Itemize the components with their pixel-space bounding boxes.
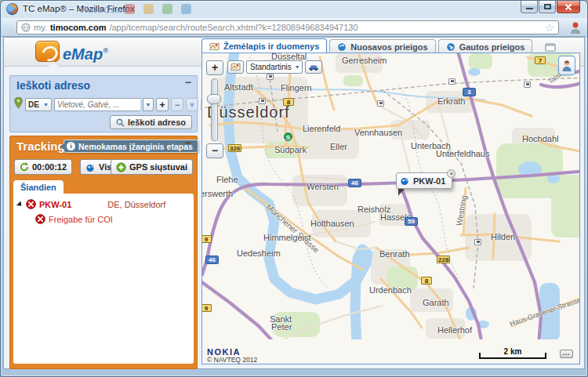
vehicle-marker[interactable]: PKW-01 × bbox=[396, 172, 452, 189]
search-address-button[interactable]: Ieškoti adreso bbox=[110, 115, 192, 129]
map-place-label: Unterfeldhaus bbox=[436, 149, 490, 158]
map-tab-label: Nuosavos prieigos bbox=[350, 42, 427, 52]
share-row[interactable]: Freigabe für COI bbox=[35, 214, 189, 224]
road-badge: 8 bbox=[283, 98, 294, 106]
map-place-label: Lierenfeld bbox=[303, 124, 340, 133]
road-badge: 9 bbox=[201, 304, 212, 312]
map-label-layer: DüsseltalGerresheimAltstadtFlingernDüsse… bbox=[202, 53, 579, 364]
map-place-label: Erkrath bbox=[437, 96, 465, 106]
tree-expander-icon[interactable] bbox=[16, 201, 24, 208]
identity-person-icon[interactable] bbox=[568, 21, 583, 34]
contact-person-button[interactable] bbox=[558, 56, 575, 75]
ghost-app-icon bbox=[143, 4, 154, 14]
map-place-label: Hochdahl bbox=[522, 134, 558, 143]
url-domain: timocom.com bbox=[50, 23, 107, 32]
map-place-label: Gerresheim bbox=[342, 56, 387, 65]
map-place-label: Haus-Gravener-Strasse bbox=[509, 296, 580, 328]
zoom-out-button[interactable]: − bbox=[206, 143, 223, 158]
close-button[interactable] bbox=[557, 1, 580, 13]
active-app-notch bbox=[48, 61, 59, 67]
tracking-tree: PKW-01 DE, Düsseldorf Freigabe für COI bbox=[13, 194, 194, 364]
scale-label: 2 km bbox=[479, 347, 546, 356]
road-badge: 9 bbox=[201, 235, 212, 243]
remove-address-row-button[interactable]: − bbox=[171, 98, 183, 111]
map-place-label: Hellerhof bbox=[437, 325, 472, 335]
train-station-icon bbox=[448, 78, 456, 85]
minimize-button[interactable] bbox=[521, 1, 538, 13]
map-tab-label: Gautos prieigos bbox=[459, 42, 525, 52]
traffic-car-button[interactable] bbox=[305, 60, 322, 74]
map-place-label: Altstadt bbox=[224, 82, 253, 92]
gps-signal-icon bbox=[85, 162, 96, 172]
map-place-label: Südpark bbox=[274, 145, 307, 154]
vehicle-name: PKW-01 bbox=[39, 200, 71, 209]
map-style-icon-button[interactable] bbox=[227, 60, 244, 74]
map-tab-strip: Žemėlapis ir duomenysNuosavos prieigosGa… bbox=[201, 38, 532, 53]
url-bar[interactable]: my.timocom.com/app/tcemap/search/routeSe… bbox=[16, 20, 559, 34]
map-scale-bar: 2 km bbox=[479, 349, 546, 359]
gps-signal-icon bbox=[400, 176, 410, 186]
maximize-button[interactable] bbox=[539, 1, 556, 13]
zoom-slider-track[interactable] bbox=[211, 78, 218, 141]
map-tab-1[interactable]: Žemėlapis ir duomenys bbox=[201, 38, 327, 53]
zoom-in-button[interactable]: + bbox=[206, 60, 223, 75]
map-place-label: Urdenbach bbox=[369, 285, 412, 295]
refresh-timer-button[interactable]: 00:00:12 bbox=[14, 159, 72, 175]
map-place-label: Benrath bbox=[379, 249, 410, 259]
map-place-label: Wersten bbox=[307, 182, 339, 191]
timer-value: 00:00:12 bbox=[32, 162, 67, 172]
firefox-icon bbox=[6, 3, 18, 15]
map-place-label: Holthausen bbox=[310, 219, 354, 228]
info-icon: i bbox=[67, 142, 75, 150]
map-place-label: Hilden bbox=[491, 232, 515, 241]
gps-transmitters-button[interactable]: GPS siųstuvai bbox=[111, 159, 193, 175]
train-station-icon bbox=[474, 239, 481, 245]
country-select[interactable]: DE▼ bbox=[25, 98, 52, 111]
address-input[interactable] bbox=[54, 98, 140, 111]
desktop-ghost-brand: TimoCom bbox=[79, 4, 126, 16]
road-badge: 8 bbox=[421, 277, 432, 285]
map-attribution: © NAVTEQ 2012 bbox=[207, 356, 257, 364]
browser-window: TC eMap® – Mozilla Firefox TimoCom my.ti… bbox=[0, 0, 588, 377]
emap-logo: eMap® bbox=[35, 41, 108, 65]
ghost-app-icon bbox=[181, 4, 191, 14]
collapse-panel-button[interactable]: − bbox=[185, 76, 191, 89]
map-place-label: Peter bbox=[271, 322, 292, 332]
map-place-label: Flehe bbox=[216, 175, 238, 184]
share-name: Freigabe für COI bbox=[49, 215, 113, 224]
tab-today[interactable]: Šiandien bbox=[13, 180, 64, 194]
vehicle-location: DE, Düsseldorf bbox=[107, 200, 165, 209]
tracker-icon bbox=[35, 214, 45, 224]
sbahn-icon: S bbox=[284, 132, 292, 141]
app-page: eMap® ? bbox=[3, 37, 585, 369]
url-path: /app/tcemap/search/routeSearch.xhtml?k=1… bbox=[109, 23, 358, 32]
map-canvas[interactable]: DüsseltalGerresheimAltstadtFlingernDüsse… bbox=[201, 53, 580, 364]
map-style-select[interactable]: Standartinis ▼ bbox=[246, 60, 303, 74]
map-place-label: erswerth bbox=[201, 189, 233, 198]
promo-tooltip: i Nemokamas įžanginis etapas bbox=[64, 140, 198, 153]
road-badge: 228 bbox=[437, 256, 450, 263]
train-station-icon bbox=[267, 74, 274, 80]
map-place-label: Himmelgeist bbox=[263, 233, 311, 242]
address-dropdown-button[interactable]: ▼ bbox=[143, 98, 154, 111]
road-badge: 326 bbox=[228, 144, 241, 152]
add-address-row-button[interactable]: + bbox=[156, 98, 169, 111]
map-info-button[interactable]: ••• bbox=[560, 350, 573, 358]
map-tab-2[interactable]: Nuosavos prieigos bbox=[329, 39, 435, 53]
map-place-label: Uedesheim bbox=[237, 248, 281, 258]
map-tab-3[interactable]: Gautos prieigos bbox=[438, 39, 533, 53]
move-row-down-button[interactable]: ▼ bbox=[186, 98, 198, 111]
marker-label: PKW-01 bbox=[413, 176, 445, 186]
map-place-label: Westring bbox=[455, 194, 469, 227]
refresh-icon bbox=[20, 162, 29, 172]
bookmark-star-icon[interactable]: ☆ bbox=[545, 23, 554, 33]
motorway-badge: 59 bbox=[405, 217, 418, 226]
vehicle-row[interactable]: PKW-01 DE, Düsseldorf bbox=[18, 199, 189, 209]
titlebar[interactable]: TC eMap® – Mozilla Firefox TimoCom bbox=[1, 1, 587, 18]
train-station-icon bbox=[377, 100, 384, 107]
zoom-slider-handle[interactable] bbox=[207, 94, 221, 104]
map-data-icon bbox=[209, 42, 220, 51]
tracking-panel: Tracking i Nemokamas įžanginis etapas − … bbox=[9, 136, 198, 369]
map-place-label: Düsseldorf bbox=[207, 103, 290, 121]
collapse-tracking-button[interactable]: − bbox=[185, 136, 191, 149]
